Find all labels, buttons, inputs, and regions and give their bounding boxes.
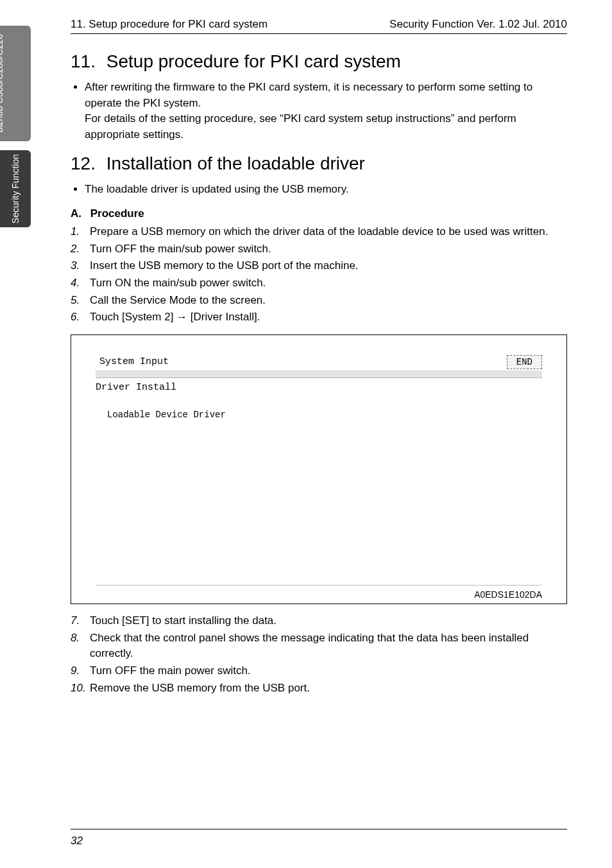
step-number: 6. bbox=[71, 309, 90, 326]
figure-box: System Input END Driver Install Loadable… bbox=[71, 334, 567, 604]
side-tab-model: bizhub C360/C280/C220 for PKI Card Syste… bbox=[0, 26, 31, 141]
side-tab-model-text: bizhub C360/C280/C220 for PKI Card Syste… bbox=[0, 34, 47, 132]
section-11-bullet-1-follow: For details of the setting procedure, se… bbox=[85, 112, 516, 141]
step-number: 3. bbox=[71, 258, 90, 274]
procedure-step: 7.Touch [SET] to start installing the da… bbox=[71, 613, 567, 629]
step-text: Call the Service Mode to the screen. bbox=[90, 293, 567, 309]
section-12-bullets: The loadable driver is updated using the… bbox=[85, 182, 567, 198]
running-header: 11. Setup procedure for PKI card system … bbox=[71, 18, 567, 31]
content-area: 11. Setup procedure for PKI card system … bbox=[71, 45, 567, 697]
step-text: Remove the USB memory from the USB port. bbox=[90, 681, 567, 697]
figure-title: System Input bbox=[96, 354, 173, 369]
procedure-title: Procedure bbox=[90, 207, 144, 220]
side-tab-model-line1: bizhub C360/C280/C220 bbox=[0, 34, 4, 132]
step-text: Turn OFF the main/sub power switch. bbox=[90, 241, 567, 257]
section-12-heading: 12. Installation of the loadable driver bbox=[71, 153, 567, 174]
figure-id: A0EDS1E102DA bbox=[96, 589, 542, 600]
procedure-heading: A. Procedure bbox=[71, 207, 567, 220]
step-number: 8. bbox=[71, 630, 90, 662]
side-tab-model-line2: for PKI Card System bbox=[37, 42, 47, 125]
figure-title-row: System Input END bbox=[96, 354, 542, 369]
page-number: 32 bbox=[71, 835, 83, 847]
section-11-number: 11. bbox=[71, 51, 101, 72]
procedure-step: 8.Check that the control panel shows the… bbox=[71, 630, 567, 662]
running-header-right: Security Function Ver. 1.02 Jul. 2010 bbox=[389, 18, 567, 31]
procedure-step: 10.Remove the USB memory from the USB po… bbox=[71, 681, 567, 697]
section-12-number: 12. bbox=[71, 153, 101, 174]
procedure-steps: 1.Prepare a USB memory on which the driv… bbox=[71, 224, 567, 326]
section-12-title: Installation of the loadable driver bbox=[106, 153, 365, 173]
side-tabs: bizhub C360/C280/C220 for PKI Card Syste… bbox=[0, 26, 31, 227]
section-11-title: Setup procedure for PKI card system bbox=[106, 51, 401, 71]
figure-driver-install-label: Driver Install bbox=[96, 382, 542, 393]
figure-loadable-driver-label: Loadable Device Driver bbox=[107, 410, 542, 420]
side-tab-security-text: Security Function bbox=[10, 154, 21, 223]
side-tab-security: Security Function bbox=[0, 150, 31, 227]
figure-inner: System Input END Driver Install Loadable… bbox=[96, 354, 542, 586]
figure-bottom-line bbox=[96, 585, 542, 586]
step-number: 10. bbox=[71, 681, 90, 697]
step-text: Turn ON the main/sub power switch. bbox=[90, 275, 567, 291]
step-number: 5. bbox=[71, 293, 90, 309]
running-header-left: 11. Setup procedure for PKI card system bbox=[71, 18, 268, 31]
header-rule bbox=[71, 33, 567, 34]
procedure-step: 5.Call the Service Mode to the screen. bbox=[71, 293, 567, 309]
figure-end-button[interactable]: END bbox=[507, 355, 542, 369]
section-11-bullet-1-text: After rewriting the firmware to the PKI … bbox=[85, 81, 532, 109]
step-text: Touch [System 2] → [Driver Install]. bbox=[90, 309, 567, 326]
figure-separator-bar bbox=[96, 370, 542, 378]
step-text: Touch [SET] to start installing the data… bbox=[90, 613, 567, 629]
step-text: Turn OFF the main power switch. bbox=[90, 663, 567, 679]
section-12-bullet-1: The loadable driver is updated using the… bbox=[85, 182, 567, 198]
step-number: 4. bbox=[71, 275, 90, 291]
step-text: Check that the control panel shows the m… bbox=[90, 630, 567, 662]
step-text: Prepare a USB memory on which the driver… bbox=[90, 224, 567, 240]
step-number: 9. bbox=[71, 663, 90, 679]
step-number: 2. bbox=[71, 241, 90, 257]
procedure-step: 4.Turn ON the main/sub power switch. bbox=[71, 275, 567, 291]
procedure-step: 2.Turn OFF the main/sub power switch. bbox=[71, 241, 567, 257]
footer-rule bbox=[71, 829, 567, 829]
procedure-steps-after-figure: 7.Touch [SET] to start installing the da… bbox=[71, 613, 567, 696]
procedure-letter: A. bbox=[71, 207, 87, 220]
procedure-step: 3.Insert the USB memory to the USB port … bbox=[71, 258, 567, 274]
step-number: 7. bbox=[71, 613, 90, 629]
procedure-step: 1.Prepare a USB memory on which the driv… bbox=[71, 224, 567, 240]
step-number: 1. bbox=[71, 224, 90, 240]
page: bizhub C360/C280/C220 for PKI Card Syste… bbox=[0, 0, 612, 868]
procedure-step: 6.Touch [System 2] → [Driver Install]. bbox=[71, 309, 567, 326]
step-text: Insert the USB memory to the USB port of… bbox=[90, 258, 567, 274]
procedure-step: 9.Turn OFF the main power switch. bbox=[71, 663, 567, 679]
section-11-bullet-1: After rewriting the firmware to the PKI … bbox=[85, 80, 567, 143]
section-11-heading: 11. Setup procedure for PKI card system bbox=[71, 51, 567, 72]
section-11-bullets: After rewriting the firmware to the PKI … bbox=[85, 80, 567, 143]
